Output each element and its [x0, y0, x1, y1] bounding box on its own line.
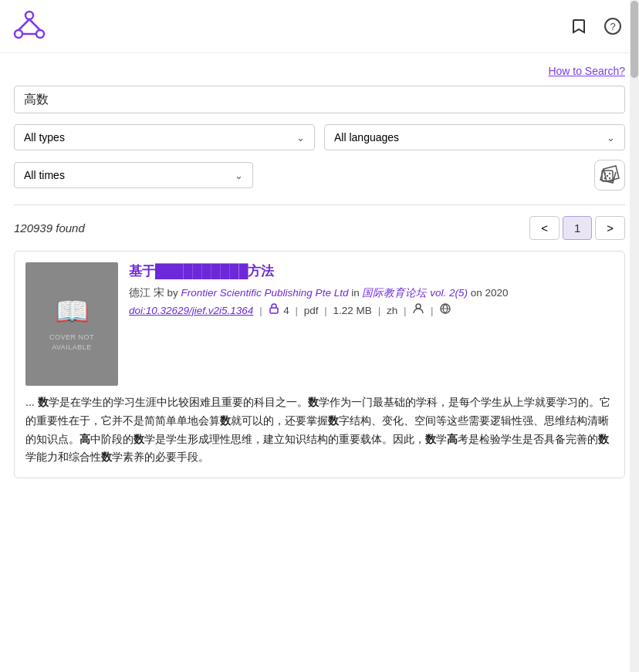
- result-title[interactable]: 基于██████████方法: [129, 262, 614, 280]
- search-bar: [14, 86, 625, 113]
- results-row: 120939 found < 1 >: [14, 216, 625, 240]
- svg-point-13: [607, 175, 608, 177]
- globe-icon: [439, 302, 451, 321]
- result-format: pdf: [304, 305, 319, 316]
- user-icon: [412, 302, 424, 321]
- cover-not-available-text: COVER NOT AVAILABLE: [49, 333, 94, 352]
- result-citations: 4: [283, 305, 289, 316]
- filters-row-1: All types ⌄ All languages ⌄: [14, 124, 625, 150]
- current-page-button[interactable]: 1: [563, 216, 592, 240]
- main-content: How to Search? All types ⌄ All languages…: [0, 53, 639, 500]
- random-button[interactable]: [594, 160, 625, 191]
- time-filter[interactable]: All times ⌄: [14, 162, 253, 188]
- book-cover: 📖 COVER NOT AVAILABLE: [25, 262, 118, 386]
- result-abstract: ... 数学是在学生的学习生涯中比较困难且重要的科目之一。数学作为一门最基础的学…: [25, 393, 614, 467]
- language-filter[interactable]: All languages ⌄: [324, 124, 625, 150]
- divider: [14, 204, 625, 205]
- search-input[interactable]: [24, 93, 615, 106]
- type-filter-label: All types: [24, 131, 65, 144]
- result-card: 📖 COVER NOT AVAILABLE 基于██████████方法 德江 …: [14, 251, 625, 478]
- svg-point-2: [36, 30, 44, 38]
- time-filter-chevron: ⌄: [235, 170, 243, 181]
- next-page-button[interactable]: >: [595, 216, 625, 240]
- type-filter-chevron: ⌄: [296, 132, 305, 144]
- help-button[interactable]: ?: [599, 12, 627, 40]
- language-filter-chevron: ⌄: [607, 132, 615, 144]
- type-filter[interactable]: All types ⌄: [14, 124, 315, 150]
- svg-line-3: [19, 19, 29, 30]
- time-filter-label: All times: [24, 169, 65, 181]
- svg-point-11: [604, 177, 606, 179]
- result-publisher[interactable]: Frontier Scientific Publishing Pte Ltd: [181, 287, 349, 299]
- result-journal: 国际教育论坛 vol. 2(5): [362, 287, 468, 299]
- svg-line-4: [29, 19, 40, 30]
- book-icon: 📖: [55, 295, 90, 328]
- how-to-search-link-container: How to Search?: [14, 64, 625, 78]
- prev-page-button[interactable]: <: [529, 216, 560, 240]
- svg-point-10: [609, 173, 610, 174]
- result-doi[interactable]: doi:10.32629/jief.v2i5.1364: [129, 305, 253, 316]
- svg-point-1: [15, 30, 22, 38]
- lock-icon: [268, 302, 280, 321]
- result-top: 📖 COVER NOT AVAILABLE 基于██████████方法 德江 …: [25, 262, 614, 386]
- result-on: on: [471, 287, 485, 299]
- how-to-search-link[interactable]: How to Search?: [548, 65, 625, 77]
- svg-point-12: [609, 177, 610, 179]
- svg-text:?: ?: [610, 21, 616, 32]
- result-authors: 德江 宋: [129, 287, 164, 299]
- svg-point-0: [25, 12, 33, 19]
- logo: [12, 8, 46, 45]
- result-size: 1.22 MB: [333, 305, 372, 316]
- result-lang: zh: [387, 305, 397, 316]
- results-count: 120939 found: [14, 221, 85, 235]
- header: ?: [0, 0, 639, 53]
- filters-row-2: All times ⌄: [14, 160, 625, 191]
- result-in: in: [351, 287, 362, 299]
- result-by: by: [167, 287, 181, 299]
- svg-rect-14: [270, 308, 278, 313]
- pagination: < 1 >: [529, 216, 625, 240]
- result-info: 基于██████████方法 德江 宋 by Frontier Scientif…: [129, 262, 614, 386]
- result-year: 2020: [485, 287, 509, 299]
- svg-point-9: [604, 173, 606, 174]
- svg-point-15: [416, 304, 421, 309]
- result-meta: 德江 宋 by Frontier Scientific Publishing P…: [129, 285, 614, 321]
- header-actions: ?: [565, 12, 627, 40]
- bookmark-button[interactable]: [565, 12, 593, 40]
- language-filter-label: All languages: [334, 131, 399, 144]
